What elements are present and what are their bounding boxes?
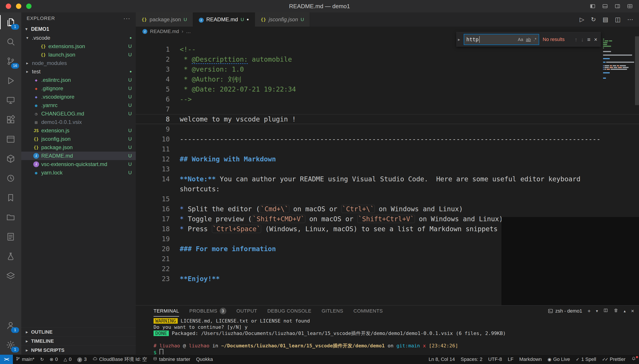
tree-item-.eslintrc.json[interactable]: ◆.eslintrc.jsonU <box>21 76 136 84</box>
minimize-window-button[interactable] <box>16 4 21 9</box>
activity-source-control-icon[interactable]: 16 <box>0 52 21 71</box>
terminal-output[interactable]: WARNING LICENSE.md, LICENSE.txt or LICEN… <box>136 316 639 356</box>
status-cursor-position[interactable]: Ln 8, Col 14 <box>426 355 458 364</box>
tree-item-demo1-0.0.1.vsix[interactable]: ▤demo1-0.0.1.vsix <box>21 118 136 126</box>
activity-browser-preview-icon[interactable] <box>0 130 21 149</box>
panel-tab-problems[interactable]: PROBLEMS3 <box>189 306 226 316</box>
line-number[interactable]: 9 <box>136 124 170 134</box>
line-number[interactable]: 6 <box>136 94 170 104</box>
status-notifications[interactable] <box>628 355 639 364</box>
tree-item-extension.js[interactable]: JSextension.jsU <box>21 126 136 135</box>
tree-item-vsc-extension-quickstart.md[interactable]: ivsc-extension-quickstart.mdU <box>21 160 136 168</box>
status-quokka[interactable]: Quokka <box>193 355 216 364</box>
activity-extensions-icon[interactable] <box>0 110 21 130</box>
tree-item-jsconfig.json[interactable]: {}jsconfig.jsonU <box>21 135 136 143</box>
tree-item-.vscode[interactable]: ▾.vscode● <box>21 34 136 42</box>
terminal-picker[interactable]: zsh - demo1 <box>548 308 582 314</box>
run-icon[interactable]: ▷ <box>580 16 584 23</box>
previous-match-icon[interactable]: ↑ <box>575 36 577 43</box>
tab-jsconfig.json[interactable]: {}jsconfig.jsonU <box>255 12 310 26</box>
panel-tab-comments[interactable]: COMMENTS <box>354 306 383 316</box>
tree-item-package.json[interactable]: {}package.jsonU <box>21 143 136 152</box>
code-line[interactable]: 2 * @Descripttion: automobile <box>136 54 639 64</box>
line-number[interactable]: 23 <box>136 274 170 284</box>
status-go-live[interactable]: ◉Go Live <box>545 355 573 364</box>
next-match-icon[interactable]: ↓ <box>581 36 584 43</box>
zoom-window-button[interactable] <box>26 4 32 9</box>
status-remote[interactable]: >< <box>0 355 13 364</box>
activity-layers-icon[interactable] <box>0 266 21 286</box>
line-number[interactable]: 21 <box>136 254 170 264</box>
close-panel-icon[interactable]: × <box>631 308 634 314</box>
more-actions-icon[interactable]: ⋯ <box>627 16 633 23</box>
toggle-panel-icon[interactable] <box>602 3 608 9</box>
status-encoding[interactable]: UTF-8 <box>485 355 505 364</box>
terminal-dropdown-icon[interactable]: ▾ <box>596 308 598 314</box>
code-line[interactable]: 3 * @version: 1.0 <box>136 64 639 74</box>
status-branch[interactable]: main* <box>13 355 37 364</box>
status-cloudbase[interactable]: CloudBase 环境 Id: 空 <box>90 355 150 364</box>
tree-item-README.md[interactable]: iREADME.mdU <box>21 152 136 160</box>
code-line[interactable]: 11 <box>136 144 639 154</box>
tree-item-.vscodeignore[interactable]: ◆.vscodeignoreU <box>21 93 136 101</box>
status-spell-checker[interactable]: ✓1 Spell <box>573 355 599 364</box>
tree-item-.yarnrc[interactable]: ●.yarnrcU <box>21 101 136 110</box>
tree-item-extensions.json[interactable]: {}extensions.jsonU <box>21 42 136 50</box>
regex-icon[interactable]: .* <box>533 37 536 42</box>
code-line[interactable]: 13 <box>136 164 639 174</box>
close-find-icon[interactable]: × <box>594 36 597 43</box>
line-number[interactable]: 7 <box>136 104 170 114</box>
line-number[interactable]: 12 <box>136 154 170 164</box>
line-number[interactable]: 3 <box>136 64 170 74</box>
dirty-indicator-icon[interactable]: ● <box>247 17 249 22</box>
code-line[interactable]: 9 <box>136 124 639 134</box>
line-number[interactable]: 16 <box>136 204 170 214</box>
panel-tab-debug-console[interactable]: DEBUG CONSOLE <box>267 306 311 316</box>
new-terminal-icon[interactable]: + <box>587 308 591 314</box>
line-number[interactable]: 13 <box>136 164 170 174</box>
editor-scrollbar[interactable] <box>635 36 639 105</box>
code-editor[interactable]: 1<!--2 * @Descripttion: automobile3 * @v… <box>136 36 639 305</box>
line-number[interactable]: 11 <box>136 144 170 154</box>
activity-search-icon[interactable] <box>0 32 21 52</box>
line-number[interactable]: 4 <box>136 74 170 84</box>
close-window-button[interactable] <box>6 4 11 9</box>
section-npm-scripts[interactable]: ▸NPM SCRIPTS <box>21 346 136 355</box>
activity-run-debug-icon[interactable] <box>0 71 21 90</box>
activity-bookmarks-icon[interactable] <box>0 188 21 208</box>
whole-word-icon[interactable]: ab <box>526 37 531 42</box>
toggle-replace-icon[interactable]: ▸ <box>458 37 460 42</box>
toggle-sidebar-icon[interactable] <box>590 3 595 9</box>
activity-testing-icon[interactable] <box>0 246 21 266</box>
status-eol[interactable]: LF <box>505 355 516 364</box>
line-number[interactable]: 2 <box>136 54 170 64</box>
activity-remote-explorer-icon[interactable] <box>0 90 21 110</box>
minimap[interactable] <box>603 38 634 79</box>
status-tabnine[interactable]: tabnine starter <box>150 355 193 364</box>
status-language-mode[interactable]: Markdown <box>516 355 544 364</box>
customize-layout-icon[interactable] <box>627 3 633 9</box>
code-line[interactable]: 10--------------------------------------… <box>136 134 639 144</box>
toggle-secondary-sidebar-icon[interactable] <box>614 3 620 9</box>
code-line[interactable]: 15 <box>136 194 639 204</box>
line-number[interactable]: 19 <box>136 234 170 244</box>
code-line[interactable]: 5 * @Date: 2022-07-21 19:22:34 <box>136 84 639 94</box>
find-in-selection-icon[interactable]: ≡ <box>587 36 591 43</box>
section-timeline[interactable]: ▸TIMELINE <box>21 336 136 346</box>
line-number[interactable]: 20 <box>136 244 170 254</box>
line-number[interactable]: 5 <box>136 84 170 94</box>
status-prettier[interactable]: ✓✓ Prettier <box>599 355 628 364</box>
tab-README.md[interactable]: iREADME.mdU● <box>193 12 255 26</box>
split-terminal-icon[interactable] <box>603 308 608 314</box>
tree-item-node_modules[interactable]: ▸node_modules <box>21 59 136 68</box>
line-number[interactable]: 8 <box>136 114 170 124</box>
code-line[interactable]: 16* Split the editor (`Cmd+\` on macOS o… <box>136 204 639 214</box>
status-problems-errors[interactable]: ⊗0 <box>47 355 61 364</box>
project-section-header[interactable]: ▾ DEMO1 <box>21 24 136 34</box>
tree-item-launch.json[interactable]: {}launch.jsonU <box>21 50 136 59</box>
activity-settings-icon[interactable]: 1 <box>0 335 21 355</box>
panel-tab-terminal[interactable]: TERMINAL <box>154 306 179 316</box>
status-problems-warnings[interactable]: △0 <box>61 355 75 364</box>
maximize-panel-icon[interactable]: ▴ <box>624 308 626 314</box>
line-number[interactable]: 14 <box>136 174 170 194</box>
